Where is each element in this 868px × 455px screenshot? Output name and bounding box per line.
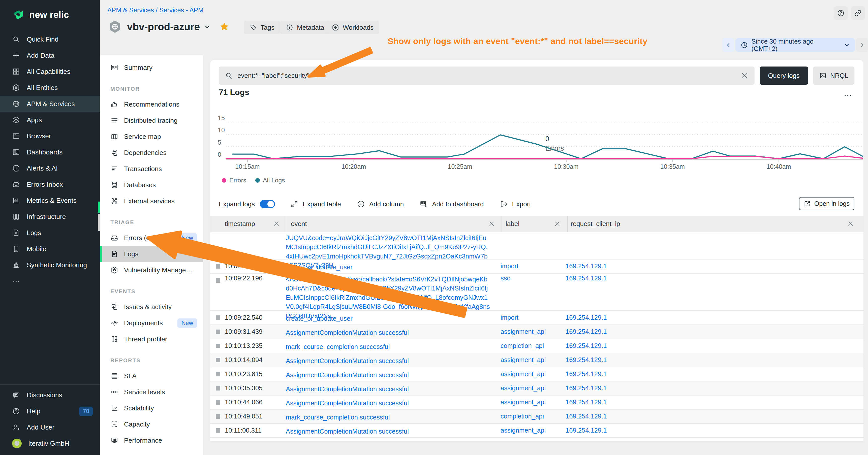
sidebar-item-alerts-ai[interactable]: Alerts & AI — [0, 160, 100, 176]
subnav-item-distributed-tracing[interactable]: Distributed tracing — [100, 112, 203, 129]
subnav-item-capacity[interactable]: Capacity — [100, 416, 203, 432]
remove-column-icon[interactable] — [489, 221, 495, 227]
table-row[interactable]: 10:10:44.066AssignmentCompletionMutation… — [210, 395, 864, 410]
subnav-item-transactions[interactable]: Transactions — [100, 161, 203, 177]
sidebar-item-help[interactable]: Help70 — [0, 403, 100, 419]
cell-event[interactable]: AssignmentCompletionMutation successful — [281, 325, 497, 337]
subnav-item-performance[interactable]: Performance — [100, 432, 203, 449]
cell-event[interactable]: create_or_update_user — [281, 311, 497, 323]
cell-label[interactable]: assignment_api — [497, 325, 562, 335]
table-row[interactable]: 10:11:00.311AssignmentCompletionMutation… — [210, 424, 864, 438]
cell-label[interactable]: import — [497, 260, 562, 270]
subnav-item-logs[interactable]: Logs — [100, 246, 203, 262]
metadata-button[interactable]: Metadata — [280, 21, 330, 34]
log-query-bar[interactable] — [219, 66, 754, 85]
subnav-item-deployments[interactable]: DeploymentsNew — [100, 315, 203, 331]
time-range-button[interactable]: Since 30 minutes ago (GMT+2) — [736, 38, 855, 52]
subnav-item-scalability[interactable]: Scalability — [100, 400, 203, 416]
cell-label[interactable]: assignment_api — [497, 367, 562, 378]
cell-event[interactable]: AssignmentCompletionMutation successful — [281, 424, 497, 436]
cell-label[interactable]: assignment_api — [497, 353, 562, 363]
sidebar-item-mobile[interactable]: Mobile — [0, 241, 100, 257]
sidebar-item-more[interactable] — [0, 273, 100, 289]
entity-title-row[interactable]: vbv-prod-azure — [127, 21, 211, 32]
table-row[interactable]: 10:09:20.895create_or_update_userimport1… — [210, 260, 864, 273]
sidebar-item-quick-find[interactable]: Quick Find — [0, 31, 100, 47]
add-column-button[interactable]: Add column — [356, 200, 404, 208]
sidebar-item-metrics-events[interactable]: Metrics & Events — [0, 193, 100, 208]
legend-item-all-logs[interactable]: All Logs — [255, 177, 285, 184]
sidebar-item-browser[interactable]: Browser — [0, 128, 100, 144]
cell-event[interactable]: mark_course_completion successful — [281, 410, 497, 422]
table-row[interactable]: 10:09:22.196<ASGIRequest: GET '/sso/call… — [210, 273, 864, 311]
sidebar-item-add-user[interactable]: Add User — [0, 419, 100, 435]
sidebar-item-apm-services[interactable]: APM & Services — [0, 96, 100, 112]
table-row[interactable]: 10:09:22.540create_or_update_userimport1… — [210, 311, 864, 325]
sidebar-item-dashboards[interactable]: Dashboards — [0, 144, 100, 160]
workloads-button[interactable]: Workloads — [326, 21, 379, 34]
cell-label[interactable]: assignment_api — [497, 382, 562, 392]
help-button[interactable] — [834, 6, 848, 20]
cell-event[interactable]: AssignmentCompletionMutation successful — [281, 367, 497, 380]
cell-request-client-ip[interactable]: 169.254.129.1 — [562, 325, 864, 335]
cell-request-client-ip[interactable]: 169.254.129.1 — [562, 260, 864, 270]
chevron-down-icon[interactable] — [204, 24, 211, 30]
subnav-item-summary[interactable]: Summary — [100, 60, 203, 75]
breadcrumb-services-apm[interactable]: Services - APM — [159, 6, 204, 13]
sidebar-item-all-capabilities[interactable]: All Capabilities — [0, 64, 100, 79]
legend-item-errors[interactable]: Errors — [222, 177, 246, 184]
remove-column-icon[interactable] — [554, 221, 560, 227]
sidebar-item-logs[interactable]: Logs — [0, 225, 100, 241]
subnav-item-service-levels[interactable]: Service levels — [100, 384, 203, 400]
subnav-item-databases[interactable]: Databases — [100, 177, 203, 193]
cell-request-client-ip[interactable]: 169.254.129.1 — [562, 410, 864, 420]
cell-label[interactable]: import — [497, 311, 562, 321]
log-query-input[interactable] — [238, 72, 737, 79]
favorite-star-icon[interactable] — [219, 22, 229, 32]
column-header-timestamp[interactable]: timestamp — [210, 216, 286, 232]
copy-link-button[interactable] — [851, 6, 865, 20]
table-row[interactable]: 10:10:13.235mark_course_completion succe… — [210, 339, 864, 353]
cell-request-client-ip[interactable]: 169.254.129.1 — [562, 424, 864, 434]
query-logs-button[interactable]: Query logs — [760, 66, 808, 85]
expand-table-button[interactable]: Expand table — [290, 200, 341, 208]
new-relic-logo[interactable]: new relic — [0, 0, 100, 23]
remove-column-icon[interactable] — [273, 221, 280, 227]
sidebar-item-iterativ-gmbh[interactable]: Iterativ GmbH — [0, 435, 100, 452]
cell-event[interactable]: AssignmentCompletionMutation successful — [281, 353, 497, 365]
cell-event[interactable]: AssignmentCompletionMutation successful — [281, 395, 497, 408]
cell-event[interactable]: AssignmentCompletionMutation successful — [281, 382, 497, 393]
sidebar-item-infrastructure[interactable]: Infrastructure — [0, 208, 100, 225]
sidebar-item-add-data[interactable]: Add Data — [0, 47, 100, 64]
table-row[interactable]: JUQVU&code=eyJraWQiOiJjcGltY29yZV8wOTI1M… — [210, 232, 864, 260]
table-row[interactable]: 10:10:23.815AssignmentCompletionMutation… — [210, 367, 864, 382]
more-options-icon[interactable] — [843, 91, 852, 100]
cell-request-client-ip[interactable]: 169.254.129.1 — [562, 339, 864, 350]
table-row[interactable]: 10:10:35.305AssignmentCompletionMutation… — [210, 382, 864, 395]
cell-request-client-ip[interactable]: 169.254.129.1 — [562, 353, 864, 363]
subnav-item-external-services[interactable]: External services — [100, 193, 203, 209]
add-to-dashboard-button[interactable]: Add to dashboard — [420, 200, 484, 208]
column-header-request-client-ip[interactable]: request_client_ip — [567, 216, 864, 232]
cell-event[interactable]: mark_course_completion successful — [281, 339, 497, 351]
cell-label[interactable]: completion_api — [497, 339, 562, 350]
remove-column-icon[interactable] — [847, 221, 854, 227]
cell-label[interactable]: sso — [497, 273, 562, 282]
cell-request-client-ip[interactable]: 169.254.129.1 — [562, 395, 864, 406]
column-header-event[interactable]: event — [286, 216, 501, 232]
logs-timeseries-chart[interactable]: 05101510:15am10:20am10:25am10:30am10:35a… — [217, 116, 864, 171]
clear-query-icon[interactable] — [741, 72, 748, 79]
cell-request-client-ip[interactable]: 169.254.129.1 — [562, 367, 864, 378]
sidebar-item-all-entities[interactable]: All Entities — [0, 79, 100, 96]
subnav-item-service-map[interactable]: Service map — [100, 129, 203, 144]
export-button[interactable]: Export — [499, 200, 531, 208]
subnav-item-recommendations[interactable]: Recommendations — [100, 96, 203, 112]
subnav-item-dependencies[interactable]: Dependencies — [100, 144, 203, 161]
breadcrumb-apm-services[interactable]: APM & Services — [107, 6, 154, 13]
sidebar-scroll-indicator-gray[interactable] — [98, 214, 100, 231]
cell-event[interactable]: create_or_update_user — [281, 260, 497, 271]
subnav-item-vulnerability-management[interactable]: Vulnerability Management — [100, 262, 203, 278]
cell-request-client-ip[interactable]: 169.254.129.1 — [562, 311, 864, 321]
expand-logs-toggle[interactable] — [260, 200, 275, 208]
sidebar-item-errors-inbox[interactable]: Errors Inbox — [0, 176, 100, 193]
